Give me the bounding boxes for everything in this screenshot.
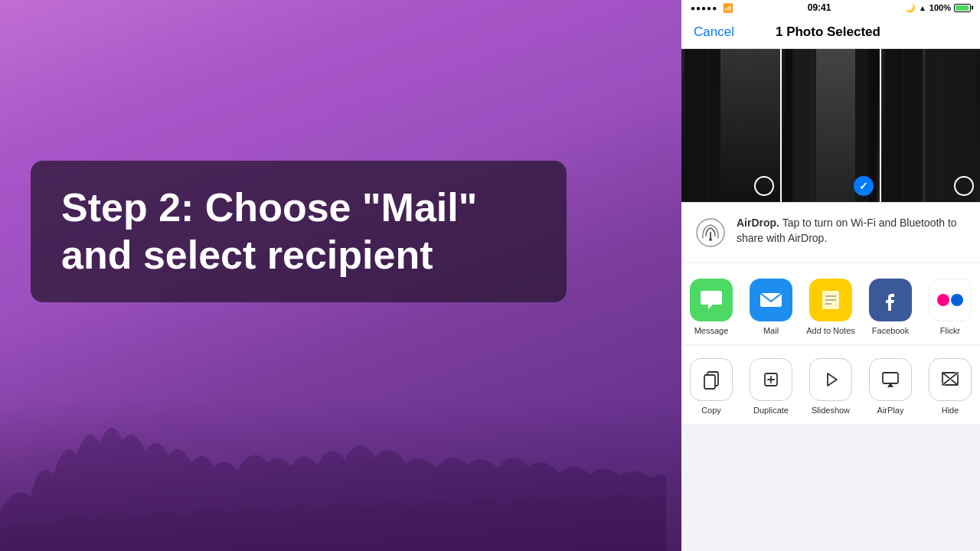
notes-icon-svg bbox=[818, 288, 843, 312]
svg-rect-8 bbox=[831, 49, 834, 202]
share-app-flickr[interactable]: Flickr bbox=[920, 279, 980, 335]
slideshow-label: Slideshow bbox=[812, 406, 850, 415]
svg-rect-14 bbox=[923, 49, 926, 202]
airdrop-section[interactable]: AirDrop. Tap to turn on Wi-Fi and Blueto… bbox=[681, 204, 980, 262]
airdrop-icon-svg bbox=[695, 217, 726, 248]
flickr-app-icon bbox=[929, 279, 972, 321]
airplay-icon-svg bbox=[880, 369, 901, 390]
airdrop-icon bbox=[694, 216, 727, 249]
hide-label: Hide bbox=[942, 406, 959, 415]
mail-app-icon bbox=[750, 279, 792, 321]
share-app-message[interactable]: Message bbox=[681, 279, 741, 335]
notes-app-label: Add to Notes bbox=[806, 326, 855, 335]
photo-strip bbox=[681, 49, 980, 202]
share-app-mail[interactable]: Mail bbox=[741, 279, 801, 335]
svg-point-18 bbox=[709, 238, 712, 241]
svg-rect-2 bbox=[727, 49, 729, 202]
svg-rect-27 bbox=[704, 375, 715, 389]
svg-point-25 bbox=[951, 294, 963, 306]
selection-circle-1[interactable] bbox=[754, 176, 774, 196]
status-left: ●●●●● 📶 bbox=[691, 3, 733, 13]
notes-app-icon bbox=[809, 279, 852, 321]
airdrop-title: AirDrop. bbox=[737, 217, 779, 229]
status-time: 09:41 bbox=[808, 2, 831, 13]
airdrop-description: AirDrop. Tap to turn on Wi-Fi and Blueto… bbox=[737, 216, 968, 246]
status-right: 🌙 ▲ 100% bbox=[905, 3, 971, 13]
battery-fill bbox=[956, 5, 969, 11]
message-app-label: Message bbox=[694, 326, 729, 335]
action-airplay[interactable]: AirPlay bbox=[861, 358, 920, 415]
flickr-icon-svg bbox=[936, 293, 965, 307]
share-app-facebook[interactable]: Facebook bbox=[861, 279, 920, 335]
location-icon: ▲ bbox=[919, 4, 926, 12]
share-apps-row: Message Mail Add to Notes bbox=[681, 263, 980, 344]
instruction-text: Step 2: Choose "Mail" and select recipie… bbox=[61, 184, 536, 279]
duplicate-label: Duplicate bbox=[753, 406, 789, 415]
mail-app-label: Mail bbox=[763, 326, 779, 335]
facebook-icon-svg bbox=[878, 288, 903, 312]
airplay-label: AirPlay bbox=[877, 406, 904, 415]
copy-icon-box bbox=[690, 358, 733, 401]
airplay-icon-box bbox=[869, 358, 912, 401]
message-icon-svg bbox=[699, 288, 724, 312]
battery-icon bbox=[954, 4, 971, 12]
photo-item-2[interactable] bbox=[782, 49, 880, 202]
hide-icon-box bbox=[929, 358, 972, 401]
copy-label: Copy bbox=[701, 406, 721, 415]
photo-item-1[interactable] bbox=[681, 49, 780, 202]
action-slideshow[interactable]: Slideshow bbox=[801, 358, 861, 415]
nav-title: 1 Photo Selected bbox=[776, 24, 880, 40]
action-copy[interactable]: Copy bbox=[681, 358, 741, 415]
facebook-app-icon bbox=[869, 279, 912, 321]
slideshow-icon-box bbox=[809, 358, 852, 401]
photo-item-3[interactable] bbox=[881, 49, 980, 202]
duplicate-icon-box bbox=[750, 358, 792, 401]
signal-dots: ●●●●● bbox=[691, 4, 717, 12]
moon-icon: 🌙 bbox=[905, 3, 916, 13]
action-hide[interactable]: Hide bbox=[920, 358, 980, 415]
slideshow-icon-svg bbox=[820, 369, 841, 390]
wifi-icon: 📶 bbox=[723, 3, 733, 13]
instruction-box: Step 2: Choose "Mail" and select recipie… bbox=[31, 161, 567, 302]
tree-silhouette-svg bbox=[0, 413, 666, 551]
cancel-button[interactable]: Cancel bbox=[694, 24, 734, 40]
status-bar: ●●●●● 📶 09:41 🌙 ▲ 100% bbox=[681, 0, 980, 15]
action-duplicate[interactable]: Duplicate bbox=[741, 358, 801, 415]
svg-marker-31 bbox=[828, 373, 837, 386]
selection-circle-3[interactable] bbox=[954, 176, 974, 196]
facebook-app-label: Facebook bbox=[872, 326, 909, 335]
svg-point-24 bbox=[937, 294, 949, 306]
duplicate-icon-svg bbox=[760, 369, 782, 390]
svg-rect-1 bbox=[684, 49, 727, 202]
action-row: Copy Duplicate Slideshow bbox=[681, 346, 980, 424]
share-app-notes[interactable]: Add to Notes bbox=[801, 279, 861, 335]
background-panel: Step 2: Choose "Mail" and select recipie… bbox=[0, 0, 681, 551]
nav-bar: Cancel 1 Photo Selected bbox=[681, 15, 980, 49]
message-app-icon bbox=[690, 279, 733, 321]
copy-icon-svg bbox=[701, 369, 722, 390]
ios-panel: ●●●●● 📶 09:41 🌙 ▲ 100% Cancel 1 Photo Se… bbox=[681, 0, 980, 551]
hide-icon-svg bbox=[939, 369, 961, 390]
mail-icon-svg bbox=[759, 288, 783, 312]
svg-rect-32 bbox=[883, 373, 898, 383]
battery-percent: 100% bbox=[929, 3, 951, 12]
flickr-app-label: Flickr bbox=[940, 326, 960, 335]
